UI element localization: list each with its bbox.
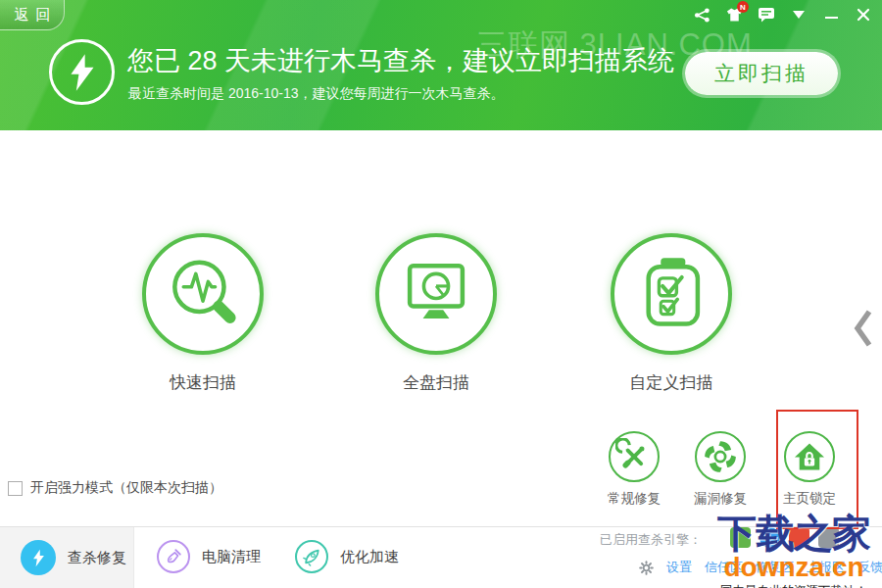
bolt-icon <box>31 549 46 567</box>
menu-icon <box>793 11 805 19</box>
carousel-prev-icon <box>853 307 874 350</box>
homepage-lock-label: 主页锁定 <box>770 490 849 508</box>
link-feedback[interactable]: 反馈举报 <box>858 559 882 576</box>
feedback-icon <box>758 7 775 23</box>
homepage-lock-icon <box>791 438 828 475</box>
main-menu-button[interactable] <box>790 6 808 24</box>
full-scan-icon <box>385 243 487 345</box>
back-button[interactable]: 返回 <box>0 0 65 30</box>
pc-cleanup-icon-circle <box>157 540 190 573</box>
footer-links: 设置 信任区 恢复区 上报区 反馈举报 <box>639 559 882 576</box>
regular-repair-label: 常规修复 <box>595 490 673 508</box>
settings-gear-icon[interactable] <box>639 561 654 575</box>
tab-scan-repair-label: 查杀修复 <box>68 549 126 567</box>
close-icon <box>857 8 870 22</box>
tab-speedup-label: 优化加速 <box>340 548 399 566</box>
share-icon <box>694 8 710 23</box>
minimize-icon <box>825 17 838 19</box>
vulnerability-repair-ring <box>695 431 746 482</box>
custom-scan-icon <box>620 243 722 345</box>
notification-badge: N <box>737 1 749 13</box>
vulnerability-repair-tool[interactable]: 漏洞修复 <box>681 431 760 508</box>
titlebar-controls: N <box>693 6 872 24</box>
brush-icon <box>164 547 183 566</box>
power-mode-checkbox[interactable] <box>8 481 23 496</box>
regular-repair-ring <box>609 431 660 482</box>
link-recovery-zone[interactable]: 恢复区 <box>756 559 794 576</box>
full-scan-ring <box>375 233 497 355</box>
link-report-zone[interactable]: 上报区 <box>807 559 845 576</box>
engine-icons <box>730 527 839 548</box>
engine-status-label: 已启用查杀引擎： <box>600 531 702 549</box>
antivirus-app-window: 返回 N <box>0 0 882 588</box>
carousel-prev-button[interactable] <box>853 304 878 353</box>
rocket-icon <box>302 547 321 566</box>
trojan-scan-bolt-badge <box>49 39 115 105</box>
last-scan-subtitle: 最近查杀时间是 2016-10-13，建议您每周进行一次木马查杀。 <box>128 85 505 103</box>
vulnerability-repair-label: 漏洞修复 <box>681 490 760 508</box>
bolt-icon <box>67 53 98 92</box>
tab-speedup[interactable]: 优化加速 <box>295 540 399 573</box>
minimize-button[interactable] <box>822 6 840 24</box>
theme-button[interactable]: N <box>725 6 743 24</box>
tab-pc-cleanup[interactable]: 电脑清理 <box>157 540 261 573</box>
speedup-icon-circle <box>295 540 328 573</box>
engine-icon-3 <box>789 527 809 548</box>
close-button[interactable] <box>855 6 872 24</box>
link-trust-zone[interactable]: 信任区 <box>705 559 743 576</box>
full-scan-label: 全盘扫描 <box>363 371 510 394</box>
feedback-button[interactable] <box>758 6 775 24</box>
quick-scan-option[interactable]: 快速扫描 <box>129 233 276 394</box>
engine-icon-2 <box>760 527 780 548</box>
quick-scan-icon <box>152 243 254 345</box>
tab-pc-cleanup-label: 电脑清理 <box>202 548 261 566</box>
regular-repair-icon <box>615 438 653 475</box>
power-mode-option[interactable]: 开启强力模式（仅限本次扫描） <box>8 479 222 497</box>
quick-scan-label: 快速扫描 <box>129 371 276 394</box>
tab-scan-repair[interactable]: 查杀修复 <box>21 540 126 575</box>
engine-icon-4 <box>818 527 839 548</box>
custom-scan-option[interactable]: 自定义扫描 <box>598 233 745 394</box>
quick-scan-ring <box>142 233 264 355</box>
custom-scan-ring <box>611 233 732 355</box>
power-mode-label: 开启强力模式（仅限本次扫描） <box>30 479 222 497</box>
back-button-label: 返回 <box>15 6 58 24</box>
header-banner: 返回 N <box>0 0 882 130</box>
homepage-lock-tool[interactable]: 主页锁定 <box>770 431 849 508</box>
vulnerability-repair-icon <box>702 438 739 475</box>
link-settings[interactable]: 设置 <box>666 559 692 576</box>
share-button[interactable] <box>693 6 710 24</box>
engine-icon-1 <box>730 527 751 548</box>
homepage-lock-ring <box>784 431 835 482</box>
header-watermark: 三联网 3LIAN.COM <box>476 24 753 66</box>
full-scan-option[interactable]: 全盘扫描 <box>363 233 510 394</box>
scan-repair-icon-circle <box>21 540 56 575</box>
regular-repair-tool[interactable]: 常规修复 <box>595 431 673 508</box>
custom-scan-label: 自定义扫描 <box>598 371 745 394</box>
